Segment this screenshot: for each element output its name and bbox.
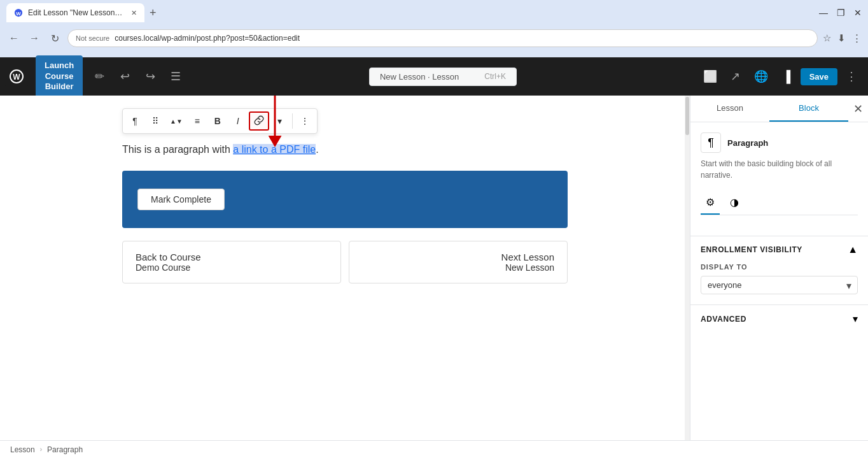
- browser-settings-icon[interactable]: ⋮: [852, 32, 862, 44]
- bold-button[interactable]: B: [208, 111, 227, 131]
- block-type-header: ¶ Paragraph: [701, 132, 858, 153]
- mark-complete-block: Mark Complete: [122, 171, 568, 228]
- back-to-course-card[interactable]: Back to Course Demo Course: [122, 241, 341, 283]
- paragraph-icon: ¶: [132, 116, 137, 126]
- paragraph-block[interactable]: This is a paragraph with a link to a PDF…: [122, 141, 568, 158]
- sidebar-header: Lesson Block ✕: [690, 96, 868, 122]
- not-secure-label: Not secure: [76, 34, 109, 42]
- save-button[interactable]: Save: [801, 68, 837, 85]
- external-link-button[interactable]: ↗: [724, 65, 747, 88]
- enrollment-section-content: DISPLAY TO everyone enrolled not enrolle…: [690, 263, 868, 304]
- reload-button[interactable]: ↻: [47, 31, 62, 46]
- editor-scrollbar[interactable]: [685, 96, 690, 440]
- settings-contrast-tab[interactable]: ◑: [725, 191, 744, 215]
- back-nav-button[interactable]: ←: [6, 31, 22, 46]
- paragraph-text-before: This is a paragraph with: [122, 144, 233, 155]
- advanced-section[interactable]: Advanced ▾: [690, 304, 868, 333]
- advanced-chevron-icon: ▾: [853, 313, 858, 325]
- redo-button[interactable]: ↪: [139, 65, 162, 88]
- undo-button[interactable]: ↩: [113, 65, 136, 88]
- wordpress-logo[interactable]: W: [5, 65, 28, 88]
- block-type-icon: ¶: [701, 132, 721, 153]
- window-close-button[interactable]: ✕: [854, 8, 862, 18]
- display-to-select-wrapper: everyone enrolled not enrolled: [701, 276, 858, 294]
- link-text[interactable]: a link to a PDF file: [233, 144, 316, 155]
- post-title-bar[interactable]: New Lesson · Lesson Ctrl+K: [369, 68, 517, 86]
- svg-text:W: W: [16, 11, 21, 17]
- paragraph-type-button[interactable]: ¶: [125, 111, 144, 131]
- paragraph-block-icon: ¶: [708, 136, 714, 150]
- navigation-cards: Back to Course Demo Course Next Lesson N…: [122, 241, 568, 283]
- block-panel: ¶ Paragraph Start with the basic buildin…: [690, 122, 868, 236]
- launch-course-builder-button[interactable]: Launch Course Builder: [36, 55, 83, 98]
- align-button[interactable]: ≡: [188, 111, 207, 131]
- tab-favicon-icon: W: [14, 8, 23, 17]
- sidebar-close-button[interactable]: ✕: [848, 97, 868, 121]
- display-to-label: DISPLAY TO: [701, 263, 858, 271]
- link-more-button[interactable]: ▾: [270, 111, 290, 131]
- edit-pen-button[interactable]: ✏: [88, 65, 111, 88]
- url-text: courses.local/wp-admin/post.php?post=50&…: [115, 34, 300, 43]
- post-title-text: New Lesson · Lesson: [380, 72, 459, 82]
- move-up-down-button[interactable]: ▲▼: [166, 111, 186, 131]
- mark-complete-button[interactable]: Mark Complete: [137, 189, 225, 210]
- active-tab[interactable]: W Edit Lesson "New Lesson" ‹ cou... ✕: [6, 3, 144, 22]
- toolbar-divider: [292, 113, 293, 129]
- list-view-button[interactable]: ☰: [164, 65, 187, 88]
- editor-area: ¶ ⠿ ▲▼ ≡ B I: [0, 96, 690, 440]
- scrollbar-thumb: [685, 97, 689, 135]
- link-icon: [254, 115, 264, 127]
- paragraph-text-after: .: [316, 144, 318, 155]
- bookmark-icon[interactable]: ☆: [823, 32, 831, 44]
- display-to-select[interactable]: everyone enrolled not enrolled: [701, 276, 858, 294]
- tab-lesson[interactable]: Lesson: [690, 96, 769, 122]
- settings-gear-tab[interactable]: ⚙: [701, 191, 720, 215]
- options-button[interactable]: ⋮: [840, 65, 863, 88]
- new-lesson-label: New Lesson: [362, 262, 554, 273]
- window-restore-button[interactable]: ❐: [837, 8, 845, 18]
- gear-icon: ⚙: [706, 197, 715, 208]
- more-options-icon: ⋮: [300, 116, 309, 126]
- status-item-lesson: Lesson: [10, 445, 35, 454]
- block-type-name: Paragraph: [727, 138, 768, 148]
- download-icon[interactable]: ⬇: [837, 32, 846, 44]
- chevron-down-icon: ▾: [277, 116, 282, 126]
- italic-button[interactable]: I: [228, 111, 248, 131]
- wp-logo-icon: W: [9, 69, 24, 84]
- sidebar-toggle-button[interactable]: ▐: [775, 65, 798, 88]
- next-lesson-card[interactable]: Next Lesson New Lesson: [349, 241, 568, 283]
- window-minimize-button[interactable]: —: [819, 8, 828, 18]
- keyboard-shortcut-label: Ctrl+K: [484, 72, 506, 81]
- forward-nav-button[interactable]: →: [27, 31, 42, 46]
- drag-icon: ⠿: [152, 116, 158, 126]
- block-options-button[interactable]: ⋮: [295, 111, 314, 131]
- address-bar[interactable]: Not secure courses.local/wp-admin/post.p…: [67, 29, 818, 47]
- globe-button[interactable]: 🌐: [750, 65, 773, 88]
- sidebar: Lesson Block ✕ ¶ Paragraph Start with th…: [690, 96, 868, 440]
- status-item-paragraph: Paragraph: [47, 445, 83, 454]
- tab-close-button[interactable]: ✕: [131, 9, 137, 17]
- status-separator: ›: [40, 446, 42, 453]
- enrollment-chevron-icon: ▲: [848, 244, 858, 255]
- move-icon: ▲▼: [170, 118, 183, 125]
- enrollment-visibility-section[interactable]: Enrollment Visibility ▲: [690, 236, 868, 263]
- svg-text:W: W: [13, 73, 20, 82]
- demo-course-label: Demo Course: [136, 262, 328, 273]
- italic-icon: I: [237, 116, 239, 126]
- block-settings-tabs: ⚙ ◑: [701, 191, 858, 215]
- contrast-icon: ◑: [730, 197, 739, 208]
- new-tab-button[interactable]: +: [150, 6, 157, 20]
- block-description: Start with the basic building block of a…: [701, 158, 858, 181]
- drag-handle-button[interactable]: ⠿: [146, 111, 165, 131]
- next-lesson-label: Next Lesson: [362, 252, 554, 262]
- view-mode-button[interactable]: ⬜: [699, 65, 722, 88]
- advanced-label: Advanced: [701, 315, 746, 324]
- status-bar: Lesson › Paragraph: [0, 440, 868, 458]
- enrollment-visibility-title: Enrollment Visibility: [701, 245, 802, 254]
- back-to-course-label: Back to Course: [136, 252, 328, 262]
- tab-block[interactable]: Block: [769, 96, 848, 122]
- link-button[interactable]: [249, 111, 269, 131]
- bold-icon: B: [214, 116, 221, 126]
- align-icon: ≡: [195, 116, 200, 126]
- block-toolbar: ¶ ⠿ ▲▼ ≡ B I: [122, 108, 318, 134]
